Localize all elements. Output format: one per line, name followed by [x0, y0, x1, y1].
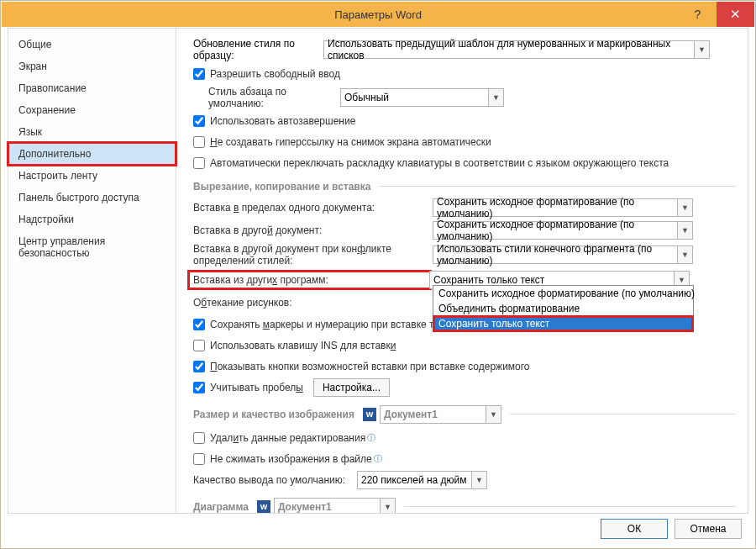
- sidebar-item-general[interactable]: Общие: [8, 34, 176, 55]
- button-label: ОК: [627, 523, 641, 535]
- sidebar-item-proofing[interactable]: Правописание: [8, 77, 176, 99]
- paste-other-doc-select[interactable]: Сохранить исходное форматирование (по ум…: [433, 221, 693, 240]
- no-compress-label: Не сжимать изображения в файле: [210, 453, 372, 465]
- default-style-select[interactable]: Обычный ▼: [340, 88, 504, 107]
- dropdown-item[interactable]: Объединить форматирование: [433, 301, 693, 316]
- sidebar-item-customize-ribbon[interactable]: Настроить ленту: [8, 165, 176, 187]
- ok-button[interactable]: ОК: [601, 519, 668, 539]
- cancel-button[interactable]: Отмена: [675, 519, 742, 539]
- select-value: 220 пикселей на дюйм: [361, 474, 467, 486]
- smart-paste-checkbox[interactable]: [193, 382, 205, 393]
- section-image-size: Размер и качество изображения W Документ…: [193, 405, 736, 424]
- update-style-select[interactable]: Использовать предыдущий шаблон для нумер…: [323, 40, 710, 59]
- update-style-label: Обновление стиля по образцу:: [193, 38, 323, 62]
- select-value: Документ1: [278, 501, 332, 513]
- sidebar-item-label: Правописание: [18, 82, 87, 94]
- no-compress-checkbox[interactable]: [193, 453, 205, 465]
- autocomplete-checkbox[interactable]: [193, 115, 205, 127]
- auto-kb-layout-label: Автоматически переключать раскладку клав…: [210, 157, 669, 169]
- sidebar-item-label: Надстройки: [18, 214, 74, 225]
- show-paste-buttons-checkbox[interactable]: [193, 361, 205, 372]
- default-resolution-select[interactable]: 220 пикселей на дюйм ▼: [357, 471, 487, 489]
- sidebar-item-label: Сохранение: [18, 104, 76, 116]
- paste-conflict-select[interactable]: Использовать стили конечного фрагмента (…: [433, 245, 693, 264]
- sidebar-item-language[interactable]: Язык: [8, 121, 176, 143]
- sidebar-item-label: Общие: [18, 39, 51, 50]
- sidebar-item-display[interactable]: Экран: [8, 55, 176, 77]
- dropdown-item-selected[interactable]: Сохранить только текст: [433, 316, 693, 331]
- select-value: Обычный: [344, 92, 389, 103]
- dialog-footer: ОК Отмена: [1, 514, 755, 544]
- wrap-pictures-label: Обтекание рисунков:: [193, 297, 433, 309]
- info-icon[interactable]: ⓘ: [367, 432, 375, 444]
- chevron-down-icon: ▼: [471, 472, 486, 488]
- chevron-down-icon: ▼: [677, 246, 692, 263]
- discard-edit-data-label: Удалить данные редактирования: [210, 432, 365, 444]
- sidebar: Общие Экран Правописание Сохранение Язык…: [8, 29, 176, 513]
- sidebar-item-advanced[interactable]: Дополнительно: [8, 143, 176, 165]
- allow-free-input-checkbox[interactable]: [193, 68, 205, 80]
- close-icon[interactable]: ✕: [717, 2, 754, 27]
- default-resolution-label: Качество вывода по умолчанию:: [193, 474, 357, 486]
- paste-within-label: Вставка в пределах одного документа:: [193, 202, 433, 214]
- paste-other-programs-label: Вставка из других программ:: [190, 272, 429, 288]
- paste-other-programs-dropdown[interactable]: Сохранить исходное форматирование (по ум…: [433, 285, 694, 332]
- button-label: Настройка...: [323, 382, 381, 393]
- select-value: Сохранить исходное форматирование (по ум…: [437, 196, 689, 219]
- chevron-down-icon: ▼: [694, 41, 709, 58]
- select-value: Сохранить исходное форматирование (по ум…: [437, 219, 689, 242]
- select-value: Использовать стили конечного фрагмента (…: [437, 243, 689, 267]
- section-cut-copy-paste: Вырезание, копирование и вставка: [193, 181, 736, 193]
- word-doc-icon: W: [363, 408, 376, 421]
- auto-kb-layout-checkbox[interactable]: [193, 157, 205, 169]
- sidebar-item-save[interactable]: Сохранение: [8, 99, 176, 121]
- sidebar-item-label: Панель быстрого доступа: [18, 192, 139, 203]
- smart-paste-label: Учитывать пробелы: [210, 382, 303, 393]
- chart-scope-select[interactable]: Документ1 ▼: [274, 498, 396, 513]
- info-icon[interactable]: ⓘ: [374, 453, 382, 465]
- paste-other-doc-label: Вставка в другой документ:: [193, 224, 433, 236]
- use-ins-checkbox[interactable]: [193, 340, 205, 351]
- use-ins-label: Использовать клавишу INS для вставки: [210, 340, 396, 351]
- select-value: Документ1: [384, 409, 438, 420]
- sidebar-item-quick-access[interactable]: Панель быстрого доступа: [8, 187, 176, 209]
- keep-bullets-checkbox[interactable]: [193, 319, 205, 330]
- chevron-down-icon: ▼: [380, 499, 395, 513]
- titlebar: Параметры Word ? ✕: [2, 2, 754, 27]
- chevron-down-icon: ▼: [488, 89, 503, 106]
- allow-free-input-label: Разрешить свободный ввод: [210, 68, 340, 80]
- sidebar-item-label: Язык: [18, 126, 42, 138]
- paste-within-select[interactable]: Сохранить исходное форматирование (по ум…: [433, 198, 693, 217]
- paste-conflict-label: Вставка в другой документ при конфликте …: [193, 243, 433, 267]
- no-hyperlink-checkbox[interactable]: [193, 136, 205, 148]
- select-value: Использовать предыдущий шаблон для нумер…: [328, 38, 706, 61]
- autocomplete-label: Использовать автозавершение: [210, 115, 355, 127]
- image-scope-select[interactable]: Документ1 ▼: [380, 405, 501, 424]
- section-chart: Диаграмма W Документ1 ▼: [193, 498, 736, 513]
- smart-paste-settings-button[interactable]: Настройка...: [313, 378, 390, 397]
- discard-edit-data-checkbox[interactable]: [193, 432, 205, 444]
- show-paste-buttons-label: Показывать кнопки возможностей вставки п…: [210, 361, 530, 372]
- sidebar-item-trust-center[interactable]: Центр управления безопасностью: [8, 230, 176, 264]
- sidebar-item-label: Дополнительно: [18, 148, 91, 160]
- chevron-down-icon: ▼: [677, 199, 692, 216]
- content-panel: Обновление стиля по образцу: Использоват…: [176, 29, 748, 513]
- dropdown-item[interactable]: Сохранить исходное форматирование (по ум…: [433, 286, 693, 301]
- chevron-down-icon: ▼: [677, 222, 692, 239]
- button-label: Отмена: [690, 523, 726, 535]
- select-value: Сохранить только текст: [433, 274, 544, 286]
- sidebar-item-label: Настроить ленту: [18, 170, 97, 182]
- chevron-down-icon: ▼: [486, 406, 501, 423]
- window-title: Параметры Word: [334, 8, 422, 21]
- help-icon[interactable]: ?: [679, 2, 717, 27]
- default-style-label: Стиль абзаца по умолчанию:: [208, 86, 340, 109]
- no-hyperlink-label: Не создавать гиперссылку на снимок экран…: [210, 136, 491, 148]
- sidebar-item-label: Центр управления безопасностью: [18, 235, 105, 259]
- sidebar-item-addins[interactable]: Надстройки: [8, 209, 176, 230]
- word-doc-icon: W: [257, 500, 270, 513]
- sidebar-item-label: Экран: [18, 61, 47, 72]
